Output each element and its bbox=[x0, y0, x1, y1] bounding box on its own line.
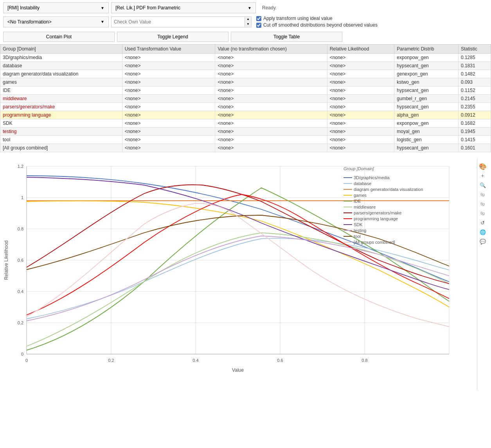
table-cell-value: <none> bbox=[215, 62, 327, 70]
table-cell-value: <none> bbox=[215, 78, 327, 86]
table-cell-statistic: 0.1415 bbox=[458, 136, 491, 144]
table-row: diagram generator/data visualization<non… bbox=[0, 70, 491, 78]
table-cell-used_transform: <none> bbox=[122, 95, 215, 103]
svg-text:diagram generator/data visuali: diagram generator/data visualization bbox=[354, 187, 423, 192]
table-row: [All groups combined]<none><none><none>h… bbox=[0, 144, 491, 152]
svg-text:0.2: 0.2 bbox=[18, 320, 23, 325]
table-row: 3D/graphics/media<none><none><none>expon… bbox=[0, 54, 491, 62]
search-zoom-icon[interactable]: 🔍 bbox=[479, 181, 487, 189]
svg-text:1: 1 bbox=[21, 195, 23, 200]
table-cell-rel_lik: <none> bbox=[327, 70, 394, 78]
table-row: IDE<none><none><none>hypsecant_gen0.1152 bbox=[0, 86, 491, 95]
apply-transform-label: Apply transform using ideal value bbox=[263, 16, 333, 21]
no-transform-button[interactable]: <No Transformation> ▼ bbox=[3, 16, 109, 27]
theta-rho-icon-3[interactable]: θρ bbox=[479, 209, 487, 217]
table-cell-value: <none> bbox=[215, 111, 327, 119]
table-cell-group: games bbox=[0, 78, 122, 86]
svg-text:Value: Value bbox=[232, 367, 244, 373]
globe-icon[interactable]: 🌐 bbox=[479, 228, 487, 236]
svg-text:0.8: 0.8 bbox=[362, 358, 367, 363]
theta-rho-icon-2[interactable]: θρ bbox=[479, 200, 487, 208]
table-cell-used_transform: <none> bbox=[122, 119, 215, 128]
table-cell-rel_lik: <none> bbox=[327, 103, 394, 111]
svg-text:testing: testing bbox=[354, 228, 366, 233]
svg-text:Group [Domain]: Group [Domain] bbox=[344, 166, 374, 171]
table-cell-statistic: 0.2355 bbox=[458, 103, 491, 111]
table-cell-rel_lik: <none> bbox=[327, 78, 394, 86]
table-cell-group: middleware bbox=[0, 95, 122, 103]
svg-text:0.6: 0.6 bbox=[18, 258, 23, 263]
row1: [RMI] Instability ▼ [Rel. Lik.] PDF from… bbox=[3, 2, 488, 13]
chart-container: 0 0.2 0.4 0.6 0.8 1 1.2 0 0.2 0.4 0.6 0.… bbox=[3, 158, 488, 390]
table-cell-used_transform: <none> bbox=[122, 111, 215, 119]
svg-text:IDE: IDE bbox=[354, 199, 361, 203]
table-cell-rel_lik: <none> bbox=[327, 144, 394, 152]
color-wheel-icon[interactable]: 🎨 bbox=[479, 162, 487, 170]
table-header-row: Group [Domain] Used Transformation Value… bbox=[0, 45, 491, 54]
table-cell-statistic: 0.1482 bbox=[458, 70, 491, 78]
table-cell-param_distrib: hypsecant_gen bbox=[394, 103, 459, 111]
col-rel-lik: Relative Likelihood bbox=[327, 45, 394, 54]
table-cell-param_distrib: exponpow_gen bbox=[394, 54, 459, 62]
col-transform: Used Transformation Value bbox=[122, 45, 215, 54]
cut-off-checkbox[interactable] bbox=[256, 23, 261, 28]
contain-plot-button[interactable]: Contain Plot bbox=[3, 32, 115, 42]
rmi-dropdown-arrow: ▼ bbox=[101, 6, 104, 10]
svg-text:1.2: 1.2 bbox=[18, 164, 23, 169]
plus-icon[interactable]: ＋ bbox=[479, 172, 487, 180]
table-row: database<none><none><none>hypsecant_gen0… bbox=[0, 62, 491, 70]
table-cell-param_distrib: hypsecant_gen bbox=[394, 62, 459, 70]
apply-transform-checkbox[interactable] bbox=[256, 16, 261, 21]
table-cell-group: [All groups combined] bbox=[0, 144, 122, 152]
rel-lik-button[interactable]: [Rel. Lik.] PDF from Parametric ▼ bbox=[111, 2, 256, 13]
toggle-legend-button[interactable]: Toggle Legend bbox=[117, 32, 228, 42]
status-text: Ready. bbox=[262, 5, 277, 11]
table-cell-group: 3D/graphics/media bbox=[0, 54, 122, 62]
table-cell-group: testing bbox=[0, 128, 122, 136]
table-cell-statistic: 0.1831 bbox=[458, 62, 491, 70]
table-cell-used_transform: <none> bbox=[122, 70, 215, 78]
check-own-value-field[interactable] bbox=[112, 17, 245, 27]
table-cell-group: SDK bbox=[0, 119, 122, 128]
table-cell-value: <none> bbox=[215, 144, 327, 152]
svg-text:middleware: middleware bbox=[354, 205, 376, 209]
svg-text:games: games bbox=[354, 193, 367, 198]
table-row: games<none><none><none>kstwo_gen0.093 bbox=[0, 78, 491, 86]
table-cell-value: <none> bbox=[215, 54, 327, 62]
toggle-table-button[interactable]: Toggle Table bbox=[231, 32, 342, 42]
refresh-icon[interactable]: ↺ bbox=[479, 219, 487, 227]
table-cell-value: <none> bbox=[215, 103, 327, 111]
table-cell-used_transform: <none> bbox=[122, 128, 215, 136]
rmi-instability-button[interactable]: [RMI] Instability ▼ bbox=[3, 2, 109, 13]
table-cell-value: <none> bbox=[215, 136, 327, 144]
spin-down[interactable]: ▼ bbox=[245, 22, 251, 27]
table-row: programming language<none><none><none>al… bbox=[0, 111, 491, 119]
check-own-value-input[interactable]: ▲ ▼ bbox=[111, 16, 252, 27]
svg-text:0.8: 0.8 bbox=[18, 227, 23, 231]
col-param: Parametric Distrib bbox=[394, 45, 459, 54]
theta-rho-icon-1[interactable]: θρ bbox=[479, 191, 487, 198]
svg-text:tool: tool bbox=[354, 234, 361, 239]
table-cell-group: tool bbox=[0, 136, 122, 144]
table-cell-value: <none> bbox=[215, 128, 327, 136]
table-cell-value: <none> bbox=[215, 86, 327, 95]
svg-text:0.2: 0.2 bbox=[108, 358, 114, 363]
main-chart-svg: 0 0.2 0.4 0.6 0.8 1 1.2 0 0.2 0.4 0.6 0.… bbox=[3, 158, 469, 389]
table-cell-value: <none> bbox=[215, 95, 327, 103]
chat-icon[interactable]: 💬 bbox=[479, 237, 487, 245]
table-cell-used_transform: <none> bbox=[122, 136, 215, 144]
table-cell-group: database bbox=[0, 62, 122, 70]
spin-up[interactable]: ▲ bbox=[245, 17, 251, 22]
table-cell-param_distrib: exponpow_gen bbox=[394, 119, 459, 128]
chart-area: 0 0.2 0.4 0.6 0.8 1 1.2 0 0.2 0.4 0.6 0.… bbox=[0, 155, 491, 394]
table-cell-statistic: 0.093 bbox=[458, 78, 491, 86]
table-cell-param_distrib: hypsecant_gen bbox=[394, 144, 459, 152]
table-cell-value: <none> bbox=[215, 119, 327, 128]
table-cell-param_distrib: moyal_gen bbox=[394, 128, 459, 136]
table-cell-statistic: 0.1945 bbox=[458, 128, 491, 136]
top-controls: [RMI] Instability ▼ [Rel. Lik.] PDF from… bbox=[0, 0, 491, 30]
table-cell-statistic: 0.1152 bbox=[458, 86, 491, 95]
table-cell-rel_lik: <none> bbox=[327, 86, 394, 95]
table-cell-statistic: 0.2145 bbox=[458, 95, 491, 103]
data-table-container: Group [Domain] Used Transformation Value… bbox=[0, 44, 491, 152]
